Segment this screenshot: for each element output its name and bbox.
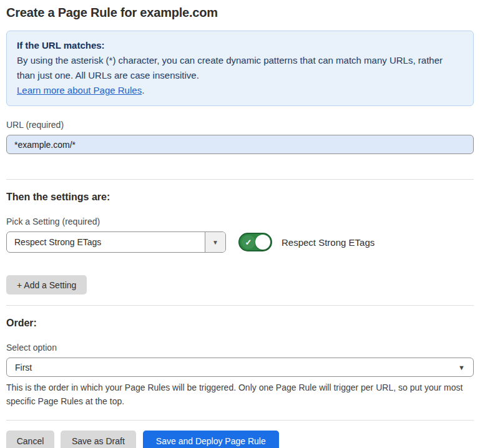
divider <box>6 179 474 180</box>
url-match-info-box: If the URL matches: By using the asteris… <box>6 31 474 106</box>
create-page-rule-form: Create a Page Rule for example.com If th… <box>0 6 480 448</box>
info-box-heading: If the URL matches: <box>17 38 463 53</box>
url-label: URL (required) <box>6 120 474 130</box>
setting-dropdown-value: Respect Strong ETags <box>7 232 205 252</box>
etags-toggle[interactable]: ✓ <box>238 233 272 251</box>
url-input[interactable] <box>6 135 474 154</box>
learn-more-link[interactable]: Learn more about Page Rules <box>17 85 142 95</box>
check-icon: ✓ <box>242 235 255 249</box>
pick-setting-label: Pick a Setting (required) <box>6 217 474 226</box>
setting-row: Respect Strong ETags ▼ ✓ Respect Strong … <box>6 231 474 253</box>
toggle-label: Respect Strong ETags <box>282 237 375 248</box>
divider <box>6 420 474 421</box>
order-heading: Order: <box>6 318 474 329</box>
divider <box>6 305 474 306</box>
toggle-knob <box>255 235 270 250</box>
save-draft-button[interactable]: Save as Draft <box>61 431 136 448</box>
info-box-link-row: Learn more about Page Rules. <box>17 83 463 98</box>
link-period: . <box>142 85 144 95</box>
cancel-button[interactable]: Cancel <box>6 431 54 448</box>
page-title: Create a Page Rule for example.com <box>6 6 474 20</box>
order-select-value: First <box>15 363 32 373</box>
info-box-body: By using the asterisk (*) character, you… <box>17 53 463 83</box>
select-option-label: Select option <box>6 343 474 353</box>
setting-dropdown[interactable]: Respect Strong ETags ▼ <box>6 231 226 253</box>
order-select[interactable]: First ▼ <box>6 358 474 377</box>
order-help-text: This is the order in which your Page Rul… <box>6 381 474 408</box>
settings-heading: Then the settings are: <box>6 192 474 203</box>
footer-actions: Cancel Save as Draft Save and Deploy Pag… <box>6 431 474 448</box>
save-deploy-button[interactable]: Save and Deploy Page Rule <box>143 431 279 448</box>
chevron-down-icon: ▼ <box>458 364 465 371</box>
add-setting-button[interactable]: + Add a Setting <box>6 275 87 295</box>
chevron-down-icon[interactable]: ▼ <box>205 232 225 252</box>
